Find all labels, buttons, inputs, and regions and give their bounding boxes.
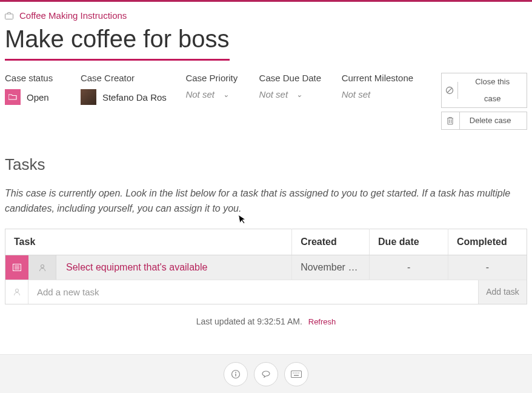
due-label: Case Due Date [259, 73, 327, 83]
chevron-down-icon: ⌄ [223, 90, 229, 99]
chevron-down-icon: ⌄ [296, 90, 302, 99]
creator-value: Stefano Da Ros [102, 92, 167, 102]
task-completed: - [448, 255, 527, 280]
add-task-button[interactable]: Add task [478, 280, 527, 304]
col-due[interactable]: Due date [370, 229, 448, 255]
due-dropdown[interactable]: Not set ⌄ [259, 89, 327, 99]
svg-point-14 [294, 372, 296, 374]
add-task-input[interactable] [28, 280, 478, 304]
svg-point-13 [293, 372, 294, 374]
avatar [81, 89, 96, 105]
svg-point-16 [298, 372, 299, 374]
tasks-table: Task Created Due date Completed Select [5, 229, 527, 304]
keyboard-button[interactable] [284, 362, 308, 386]
person-icon [5, 280, 28, 304]
svg-point-15 [296, 372, 298, 374]
task-link[interactable]: Select equipment that's available [56, 262, 207, 273]
footer-bar [0, 354, 532, 393]
svg-rect-0 [5, 14, 13, 19]
creator-label: Case Creator [81, 73, 171, 83]
task-due: - [370, 255, 448, 280]
col-task[interactable]: Task [5, 229, 292, 255]
col-created[interactable]: Created [292, 229, 370, 255]
svg-point-7 [41, 264, 44, 267]
close-case-button[interactable]: Close this case [441, 73, 527, 108]
priority-label: Case Priority [185, 73, 244, 83]
svg-rect-12 [291, 371, 302, 377]
trash-icon [442, 112, 460, 129]
tasks-hint: This case is currently open. Look in the… [5, 186, 527, 217]
status-label: Case status [5, 73, 66, 83]
milestone-label: Current Milestone [342, 73, 427, 83]
task-created: November … [292, 255, 370, 280]
col-completed[interactable]: Completed [448, 229, 527, 255]
last-updated: Last updated at 9:32:51 AM. Refresh [5, 317, 527, 326]
status-value: Open [27, 92, 49, 102]
svg-point-8 [15, 289, 18, 292]
svg-point-10 [235, 372, 236, 373]
breadcrumb: Coffee Making Instructions [5, 2, 527, 24]
chat-button[interactable] [254, 362, 278, 386]
briefcase-icon [5, 12, 13, 19]
milestone-value: Not set [342, 89, 427, 99]
svg-rect-17 [294, 375, 299, 375]
folder-open-icon [5, 89, 21, 105]
info-button[interactable] [224, 362, 248, 386]
assignee-icon[interactable] [28, 255, 56, 280]
case-meta-row: Case status Open Case Creator Stefano Da… [5, 73, 527, 130]
refresh-link[interactable]: Refresh [308, 317, 336, 326]
svg-line-2 [447, 88, 452, 93]
priority-dropdown[interactable]: Not set ⌄ [185, 89, 244, 99]
prohibit-icon [442, 82, 459, 99]
delete-case-button[interactable]: Delete case [441, 112, 527, 130]
breadcrumb-link[interactable]: Coffee Making Instructions [19, 10, 127, 21]
page-title: Make coffee for boss [5, 24, 230, 61]
table-row[interactable]: Select equipment that's available Novemb… [5, 255, 527, 280]
add-task-row: Add task [5, 280, 527, 304]
list-icon [5, 255, 28, 280]
tasks-heading: Tasks [5, 155, 527, 174]
